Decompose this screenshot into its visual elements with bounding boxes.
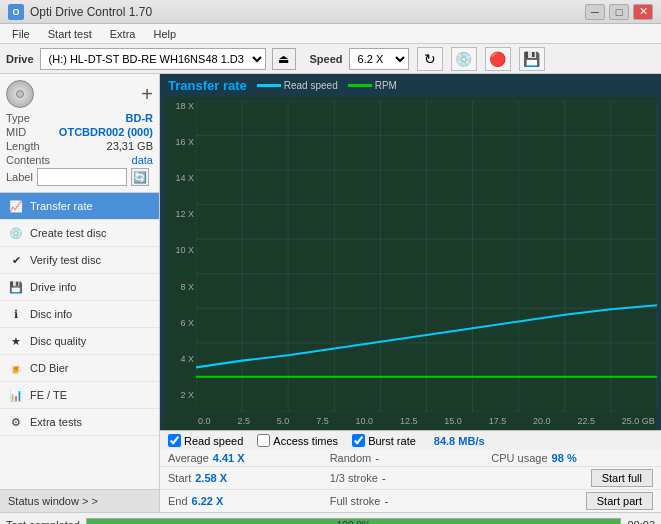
start-full-button[interactable]: Start full [591, 469, 653, 487]
access-times-checkbox-label[interactable]: Access times [257, 434, 338, 447]
nav-disc-quality[interactable]: ★ Disc quality [0, 328, 159, 355]
burst-rate-checkbox[interactable] [352, 434, 365, 447]
nav-fe-te[interactable]: 📊 FE / TE [0, 382, 159, 409]
menu-extra[interactable]: Extra [102, 26, 144, 42]
x-label-225: 22.5 [577, 416, 595, 426]
stat-end-label: End [168, 495, 188, 507]
read-speed-checkbox-label[interactable]: Read speed [168, 434, 243, 447]
burst-rate-checkbox-label[interactable]: Burst rate [352, 434, 416, 447]
stat-start-part-container: Start part [491, 492, 653, 510]
disc-add-button[interactable]: + [141, 83, 153, 106]
x-label-125: 12.5 [400, 416, 418, 426]
statusbar: Test completed 100.0% 00:03 [0, 512, 661, 524]
x-label-50: 5.0 [277, 416, 290, 426]
sidebar: + Type BD-R MID OTCBDR002 (000) Length 2… [0, 74, 160, 512]
type-label: Type [6, 112, 30, 124]
stat-third-value: - [382, 472, 386, 484]
stat-third-stroke: 1/3 stroke - [330, 472, 492, 484]
close-button[interactable]: ✕ [633, 4, 653, 20]
status-text: Test completed [6, 519, 80, 525]
nav-verify-test-disc[interactable]: ✔ Verify test disc [0, 247, 159, 274]
speed-select[interactable]: 6.2 X [349, 48, 409, 70]
y-axis: 18 X 16 X 14 X 12 X 10 X 8 X 6 X 4 X 2 X [164, 97, 196, 430]
drivebar: Drive (H:) HL-DT-ST BD-RE WH16NS48 1.D3 … [0, 44, 661, 74]
length-value: 23,31 GB [107, 140, 153, 152]
stat-cpu-label: CPU usage [491, 452, 547, 464]
nav-extra-tests[interactable]: ⚙ Extra tests [0, 409, 159, 436]
stat-full-value: - [384, 495, 388, 507]
drive-label: Drive [6, 53, 34, 65]
status-window-button[interactable]: Status window > > [0, 489, 159, 512]
stat-cpu: CPU usage 98 % [491, 452, 653, 464]
label-input[interactable] [37, 168, 127, 186]
chart-title: Transfer rate [168, 78, 247, 93]
label-icon-button[interactable]: 🔄 [131, 168, 149, 186]
stat-third-label: 1/3 stroke [330, 472, 378, 484]
stat-cpu-value: 98 % [552, 452, 577, 464]
stats-row-1: Average 4.41 X Random - CPU usage 98 % [160, 450, 661, 467]
x-label-250: 25.0 GB [622, 416, 655, 426]
mid-label: MID [6, 126, 26, 138]
type-value: BD-R [126, 112, 154, 124]
menu-start-test[interactable]: Start test [40, 26, 100, 42]
start-part-button[interactable]: Start part [586, 492, 653, 510]
y-label-16: 16 X [166, 137, 194, 147]
stat-start-full-container: Start full [491, 469, 653, 487]
titlebar-controls: ─ □ ✕ [585, 4, 653, 20]
burn-button[interactable]: 💿 [451, 47, 477, 71]
legend-read-speed: Read speed [257, 80, 338, 91]
stat-start-label: Start [168, 472, 191, 484]
x-label-100: 10.0 [356, 416, 374, 426]
nav-transfer-rate[interactable]: 📈 Transfer rate [0, 193, 159, 220]
save-button[interactable]: 💾 [519, 47, 545, 71]
x-axis: 0.0 2.5 5.0 7.5 10.0 12.5 15.0 17.5 20.0… [196, 412, 657, 430]
read-speed-checkbox[interactable] [168, 434, 181, 447]
stat-start-value: 2.58 X [195, 472, 227, 484]
stat-end: End 6.22 X [168, 495, 330, 507]
nav-create-test-disc[interactable]: 💿 Create test disc [0, 220, 159, 247]
titlebar-left: O Opti Drive Control 1.70 [8, 4, 152, 20]
label-label: Label [6, 171, 33, 183]
progress-text: 100.0% [87, 519, 620, 525]
x-label-150: 15.0 [444, 416, 462, 426]
access-times-checkbox[interactable] [257, 434, 270, 447]
burst-rate-value: 84.8 MB/s [434, 435, 485, 447]
y-label-8: 8 X [166, 282, 194, 292]
nav-cd-bier[interactable]: 🍺 CD Bier [0, 355, 159, 382]
disc-icon [6, 80, 34, 108]
y-label-12: 12 X [166, 209, 194, 219]
nav-disc-info[interactable]: ℹ Disc info [0, 301, 159, 328]
app-icon: O [8, 4, 24, 20]
stat-start: Start 2.58 X [168, 472, 330, 484]
erase-button[interactable]: 🔴 [485, 47, 511, 71]
x-label-0: 0.0 [198, 416, 211, 426]
stat-random: Random - [330, 452, 492, 464]
x-label-200: 20.0 [533, 416, 551, 426]
y-label-4: 4 X [166, 354, 194, 364]
y-label-2: 2 X [166, 390, 194, 400]
create-test-disc-icon: 💿 [8, 225, 24, 241]
menu-file[interactable]: File [4, 26, 38, 42]
chart-body: 18 X 16 X 14 X 12 X 10 X 8 X 6 X 4 X 2 X [164, 97, 657, 430]
chart-svg [196, 101, 657, 412]
fe-te-icon: 📊 [8, 387, 24, 403]
x-label-25: 2.5 [237, 416, 250, 426]
drive-select[interactable]: (H:) HL-DT-ST BD-RE WH16NS48 1.D3 [40, 48, 266, 70]
stat-random-label: Random [330, 452, 372, 464]
main-layout: + Type BD-R MID OTCBDR002 (000) Length 2… [0, 74, 661, 512]
y-label-10: 10 X [166, 245, 194, 255]
nav-drive-info[interactable]: 💾 Drive info [0, 274, 159, 301]
eject-button[interactable]: ⏏ [272, 48, 296, 70]
legend-rpm-color [348, 84, 372, 87]
speed-label: Speed [310, 53, 343, 65]
length-label: Length [6, 140, 40, 152]
stat-average-label: Average [168, 452, 209, 464]
maximize-button[interactable]: □ [609, 4, 629, 20]
stats-row-2: Start 2.58 X 1/3 stroke - Start full [160, 467, 661, 490]
minimize-button[interactable]: ─ [585, 4, 605, 20]
contents-label: Contents [6, 154, 50, 166]
chart-header: Transfer rate Read speed RPM [160, 74, 661, 97]
refresh-button[interactable]: ↻ [417, 47, 443, 71]
x-label-175: 17.5 [489, 416, 507, 426]
menu-help[interactable]: Help [145, 26, 184, 42]
